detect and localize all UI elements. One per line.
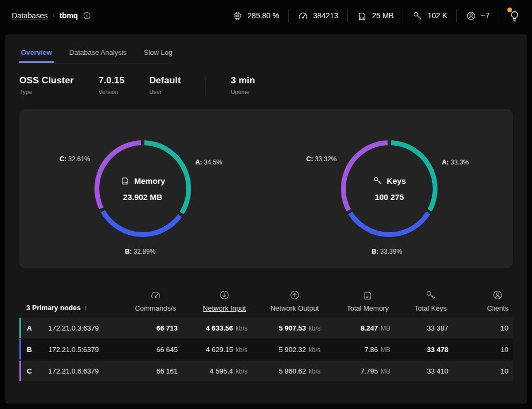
metric: ~7 xyxy=(457,9,499,23)
slice-label: B32.89% xyxy=(125,248,156,255)
memory-icon xyxy=(357,11,367,21)
memory-donut-title-text: Memory xyxy=(134,176,165,185)
keys-donut: Keys 100 275 xyxy=(341,140,438,237)
total-keys-cell: 33 410 xyxy=(395,367,453,375)
column-label: Commands/s xyxy=(135,304,176,312)
clients-cell: 10 xyxy=(453,346,513,354)
cluster-charts-panel: Memory 23.902 MB A34.5% B32.89% xyxy=(19,109,513,268)
cpu-icon xyxy=(232,11,243,21)
metric-value: 25 MB xyxy=(372,11,393,20)
memory-icon xyxy=(120,176,130,185)
column-header[interactable]: Total Keys xyxy=(393,290,451,312)
memory-donut-value: 23.902 MB xyxy=(123,192,162,202)
nodes-sort-header[interactable]: 3 Primary nodes ↑ xyxy=(19,304,121,312)
summary-item: Default User xyxy=(149,75,181,95)
node-address: 172.21.0.5:6379 xyxy=(48,346,99,354)
node-address: 172.21.0.6:6379 xyxy=(48,367,99,375)
info-icon[interactable] xyxy=(83,11,91,20)
metric: 25 MB xyxy=(348,9,403,23)
keys-donut-value: 100 275 xyxy=(375,192,404,202)
column-header[interactable]: Network Input xyxy=(180,290,250,312)
memory-donut: Memory 23.902 MB xyxy=(94,140,191,237)
keys-icon xyxy=(373,176,382,185)
total-memory-cell: 8.247MB xyxy=(325,324,395,332)
tab[interactable]: Slow Log xyxy=(142,43,174,63)
slice-name: B xyxy=(125,248,134,255)
keys-donut-title: Keys xyxy=(373,176,406,185)
slice-label: B33.39% xyxy=(371,248,402,255)
tab-label: Overview xyxy=(21,48,52,56)
slice-label: C33.32% xyxy=(307,155,337,163)
breadcrumb-separator: › xyxy=(53,12,55,19)
keys-icon xyxy=(425,290,436,300)
commands-icon xyxy=(150,290,161,300)
clients-icon xyxy=(492,290,503,300)
notifications-button[interactable] xyxy=(509,10,520,21)
database-overview-page: Overview Database Analysis Slow Log OSS … xyxy=(5,34,527,404)
db-metrics: 285.80 % 384213 25 MB 102 K ~7 xyxy=(223,9,499,23)
keys-donut-center: Keys 100 275 xyxy=(346,145,433,232)
slice-percent: 32.61% xyxy=(68,155,90,163)
metric-value: 285.80 % xyxy=(247,11,279,20)
slice-name: C xyxy=(307,155,315,163)
slice-name: C xyxy=(60,155,68,163)
column-label: Total Keys xyxy=(414,304,447,312)
node-cell: A 172.21.0.3:6379 xyxy=(21,324,123,332)
network-input-cell: 4 595.4kb/s xyxy=(182,367,252,375)
network-output-cell: 5 907.53kb/s xyxy=(252,324,325,332)
memory-donut-center: Memory 23.902 MB xyxy=(99,145,186,232)
summary-value: 7.0.15 xyxy=(98,75,124,86)
commands-cell: 66 713 xyxy=(123,324,182,332)
metric-value: 102 K xyxy=(427,11,447,20)
memory-icon xyxy=(362,290,373,300)
tab[interactable]: Overview xyxy=(19,43,54,63)
node-cell: C 172.21.0.6:6379 xyxy=(21,367,123,375)
nodes-count-label: 3 Primary nodes xyxy=(26,304,81,312)
slice-percent: 33.3% xyxy=(450,159,469,166)
column-label: Clients xyxy=(487,304,508,312)
breadcrumb: Databases › tbmq xyxy=(12,11,91,20)
table-body: A 172.21.0.3:6379 66 713 4 633.56kb/s 5 … xyxy=(19,318,513,381)
notification-badge xyxy=(507,8,512,12)
clients-cell: 10 xyxy=(453,367,513,375)
summary-value: OSS Cluster xyxy=(19,75,74,86)
keys-donut-chart: Keys 100 275 A33.3% B33.39% C33 xyxy=(266,109,513,268)
slice-label: A33.3% xyxy=(442,159,469,166)
arrow-up-icon xyxy=(289,290,300,300)
metric-value: ~7 xyxy=(481,11,490,20)
summary-label: Uptime xyxy=(231,89,255,95)
network-output-cell: 5 902.32kb/s xyxy=(252,346,325,354)
slice-percent: 32.89% xyxy=(134,248,156,255)
slice-label: C32.61% xyxy=(60,155,90,163)
table-row: B 172.21.0.5:6379 66 645 4 629.15kb/s 5 … xyxy=(19,339,513,360)
keys-icon xyxy=(412,11,422,21)
summary-item: 3 min Uptime xyxy=(206,75,255,95)
tab-label: Database Analysis xyxy=(69,48,127,56)
clients-icon xyxy=(466,11,476,21)
slice-name: B xyxy=(371,248,380,255)
node-id: B xyxy=(27,346,32,354)
column-header[interactable]: Network Output xyxy=(250,290,323,312)
slice-name: A xyxy=(442,159,450,166)
breadcrumb-databases-link[interactable]: Databases xyxy=(12,11,48,20)
column-label: Network Input xyxy=(203,304,246,312)
commands-cell: 66 161 xyxy=(123,367,182,375)
commands-icon xyxy=(298,11,308,21)
tab[interactable]: Database Analysis xyxy=(68,43,128,63)
column-header[interactable]: Total Memory xyxy=(323,290,393,312)
total-keys-cell: 33 387 xyxy=(395,324,453,332)
metric-value: 384213 xyxy=(313,11,338,20)
column-header[interactable]: Commands/s xyxy=(121,290,180,312)
memory-donut-title: Memory xyxy=(120,176,165,185)
commands-cell: 66 645 xyxy=(123,346,182,354)
summary-label: User xyxy=(149,89,181,95)
memory-donut-chart: Memory 23.902 MB A34.5% B32.89% xyxy=(19,109,266,268)
tab-label: Slow Log xyxy=(144,48,172,56)
column-header[interactable]: Clients xyxy=(451,290,513,312)
clients-cell: 10 xyxy=(453,324,513,332)
summary-value: 3 min xyxy=(231,75,255,86)
metric: 384213 xyxy=(289,9,348,23)
network-input-cell: 4 633.56kb/s xyxy=(182,324,252,332)
slice-label: A34.5% xyxy=(195,159,222,166)
arrow-down-icon xyxy=(219,290,230,300)
